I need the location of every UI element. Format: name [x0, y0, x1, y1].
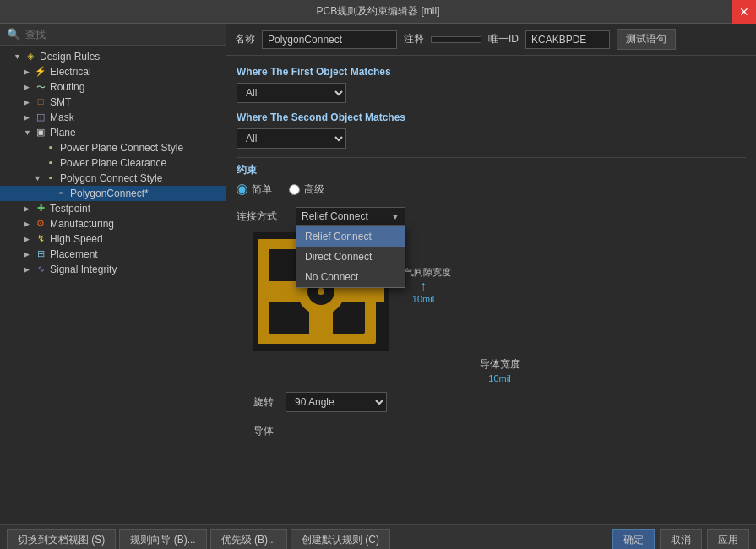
tree-item-signal-integrity[interactable]: ▶ ∿ Signal Integrity [0, 262, 226, 277]
radio-advanced[interactable] [289, 184, 300, 195]
main-layout: 🔍 ▼ ◈ Design Rules ▶ ⚡ Electrical ▶ 〜 Ro… [0, 24, 756, 524]
tree-arrow: ▼ [14, 52, 24, 61]
tree-arrow: ▶ [24, 68, 34, 76]
tree-label: Signal Integrity [50, 264, 117, 275]
ppc-icon: ▪ [44, 157, 57, 169]
search-input[interactable] [25, 29, 219, 41]
switch-doc-btn[interactable]: 切换到文档视图 (S) [7, 529, 116, 549]
tree-label: Power Plane Connect Style [60, 142, 183, 154]
first-match-dropdown[interactable]: All [237, 83, 346, 103]
comment-field[interactable] [431, 36, 481, 43]
tree-item-routing[interactable]: ▶ 〜 Routing [0, 79, 226, 95]
titlebar: PCB规则及约束编辑器 [mil] ✕ [0, 0, 756, 24]
cancel-btn[interactable]: 取消 [660, 529, 702, 549]
polygon-style-icon: ▪ [44, 172, 57, 184]
conductor-value: 10mil [488, 373, 510, 383]
name-input[interactable] [262, 30, 397, 49]
ok-btn[interactable]: 确定 [612, 529, 655, 549]
tree-label: Power Plane Clearance [60, 157, 166, 169]
tree-label: Mask [50, 111, 74, 123]
tree-item-testpoint[interactable]: ▶ ✚ Testpoint [0, 201, 226, 216]
tree-item-ppc[interactable]: ▪ Power Plane Clearance [0, 155, 226, 171]
tree-label: Manufacturing [50, 218, 114, 230]
dropdown-item-noconn[interactable]: No Connect [296, 267, 405, 287]
bottom-bar: 切换到文档视图 (S) 规则向导 (B)... 优先级 (B)... 创建默认规… [0, 524, 756, 549]
conn-dropdown-menu: Relief Connect Direct Connect No Connect [296, 226, 405, 288]
svg-point-9 [318, 288, 324, 295]
left-panel: 🔍 ▼ ◈ Design Rules ▶ ⚡ Electrical ▶ 〜 Ro… [0, 24, 226, 524]
tree-item-mask[interactable]: ▶ ◫ Mask [0, 110, 226, 125]
conductor-section: 导体宽度 10mil [253, 357, 746, 383]
tree-label: Testpoint [50, 203, 90, 215]
routing-icon: 〜 [34, 81, 47, 93]
rule-wizard-btn[interactable]: 规则向导 (B)... [119, 529, 206, 549]
conn-dropdown-wrapper: Relief Connect ▼ Relief Connect Direct C… [296, 207, 405, 226]
tree-item-placement[interactable]: ▶ ⊞ Placement [0, 247, 226, 262]
test-btn[interactable]: 测试语句 [617, 29, 676, 50]
tree-arrow: ▶ [24, 83, 34, 91]
right-content: Where The First Object Matches All Where… [226, 56, 756, 524]
tree-arrow: ▶ [24, 113, 34, 122]
right-panel: 名称 注释 唯一ID KCAKBPDE 测试语句 Where The First… [226, 24, 756, 524]
tree-item-manufacturing[interactable]: ▶ ⚙ Manufacturing [0, 216, 226, 231]
placement-icon: ⊞ [34, 248, 47, 260]
signalintegrity-icon: ∿ [34, 264, 47, 275]
conn-dropdown-btn[interactable]: Relief Connect ▼ [296, 207, 405, 226]
tree-item-plane[interactable]: ▼ ▣ Plane [0, 125, 226, 140]
tree-item-electrical[interactable]: ▶ ⚡ Electrical [0, 64, 226, 79]
priority-btn[interactable]: 优先级 (B)... [210, 529, 287, 549]
first-match-title: Where The First Object Matches [237, 66, 746, 78]
conductor-label: 导体宽度 [480, 357, 520, 372]
radio-simple-text: 简单 [252, 182, 272, 197]
radio-advanced-label[interactable]: 高级 [289, 182, 324, 197]
radio-simple-label[interactable]: 简单 [237, 182, 272, 197]
rotation-select[interactable]: 90 Angle 45 Angle 0 Angle [286, 392, 387, 412]
manufacturing-icon: ⚙ [34, 218, 47, 230]
tree-item-design-rules[interactable]: ▼ ◈ Design Rules [0, 49, 226, 64]
tree-label: Design Rules [40, 51, 100, 63]
conn-dropdown-value: Relief Connect [302, 210, 368, 222]
comment-label: 注释 [404, 32, 424, 46]
second-match-row: All [237, 128, 746, 149]
tree-panel: ▼ ◈ Design Rules ▶ ⚡ Electrical ▶ 〜 Rout… [0, 46, 226, 524]
tree-arrow: ▼ [24, 128, 34, 137]
ppcs-icon: ▪ [44, 142, 57, 154]
tree-arrow: ▶ [24, 220, 34, 228]
title-text: PCB规则及约束编辑器 [mil] [316, 4, 439, 19]
tree-item-ppcs[interactable]: ▪ Power Plane Connect Style [0, 140, 226, 155]
radio-simple[interactable] [237, 184, 247, 195]
separator [237, 157, 746, 158]
tree-item-polygon-connect[interactable]: ▫ PolygonConnect* [0, 186, 226, 201]
dropdown-item-direct[interactable]: Direct Connect [296, 247, 405, 267]
close-button[interactable]: ✕ [732, 0, 756, 24]
polygon-icon: ▫ [54, 188, 68, 199]
tree-arrow: ▶ [24, 250, 34, 258]
second-match-title: Where The Second Object Matches [237, 111, 746, 123]
second-match-dropdown[interactable]: All [237, 128, 346, 149]
dropdown-item-relief[interactable]: Relief Connect [296, 226, 405, 247]
uid-value: KCAKBPDE [525, 30, 610, 49]
tree-arrow: ▶ [24, 265, 34, 274]
tree-item-polygon-connect-style[interactable]: ▼ ▪ Polygon Connect Style [0, 171, 226, 186]
rotation-row: 旋转 90 Angle 45 Angle 0 Angle [253, 392, 746, 412]
tree-label: PolygonConnect* [70, 188, 149, 199]
rotation-label: 旋转 [253, 395, 279, 410]
apply-btn[interactable]: 应用 [707, 529, 749, 549]
tree-arrow: ▶ [24, 98, 34, 106]
entries-label-row: 导体 [253, 424, 746, 438]
mask-icon: ◫ [34, 111, 47, 123]
tree-item-high-speed[interactable]: ▶ ↯ High Speed [0, 231, 226, 247]
tree-label: Electrical [50, 66, 91, 78]
dropdown-arrow-icon: ▼ [391, 212, 400, 221]
right-header: 名称 注释 唯一ID KCAKBPDE 测试语句 [226, 24, 756, 56]
tree-label: Placement [50, 248, 98, 260]
tree-label: Plane [50, 127, 76, 139]
conn-method-label: 连接方式 [237, 209, 287, 224]
tree-label: Polygon Connect Style [60, 172, 162, 184]
search-icon: 🔍 [7, 28, 20, 41]
default-rules-btn[interactable]: 创建默认规则 (C) [291, 529, 390, 549]
entries-label: 导体 [253, 425, 274, 437]
tree-arrow: ▼ [34, 174, 44, 182]
tree-item-smt[interactable]: ▶ □ SMT [0, 95, 226, 110]
bottom-right-buttons: 确定 取消 应用 [612, 529, 749, 549]
